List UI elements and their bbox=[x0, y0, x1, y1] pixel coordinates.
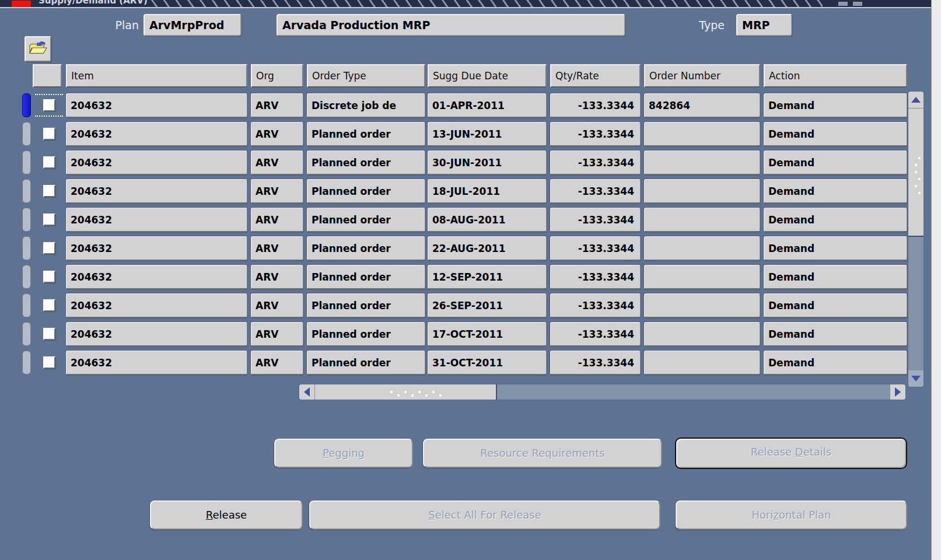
cell-action[interactable]: Demand bbox=[764, 208, 907, 232]
cell-sugg-due-date[interactable]: 08-AUG-2011 bbox=[428, 208, 547, 232]
cell-order-type[interactable]: Planned order bbox=[307, 150, 425, 175]
cell-order-number[interactable] bbox=[644, 293, 760, 318]
cell-org[interactable]: ARV bbox=[251, 322, 303, 346]
record-indicator[interactable] bbox=[22, 265, 31, 289]
minimize-button[interactable] bbox=[838, 2, 848, 6]
header-item[interactable]: Item bbox=[66, 64, 247, 88]
cell-action[interactable]: Demand bbox=[764, 322, 907, 346]
cell-sugg-due-date[interactable]: 17-OCT-2011 bbox=[428, 322, 547, 346]
cell-org[interactable]: ARV bbox=[251, 93, 303, 118]
cell-qty-rate[interactable]: -133.3344 bbox=[550, 93, 641, 118]
header-sugg-due-date[interactable]: Sugg Due Date bbox=[428, 64, 547, 88]
vertical-scrollbar-thumb[interactable] bbox=[908, 108, 923, 237]
cell-qty-rate[interactable]: -133.3344 bbox=[550, 150, 641, 175]
cell-qty-rate[interactable]: -133.3344 bbox=[550, 179, 641, 204]
cell-qty-rate[interactable]: -133.3344 bbox=[550, 351, 641, 375]
cell-sugg-due-date[interactable]: 26-SEP-2011 bbox=[428, 293, 547, 318]
header-org[interactable]: Org bbox=[251, 64, 303, 88]
cell-order-number[interactable] bbox=[644, 236, 760, 261]
cell-order-number[interactable] bbox=[644, 351, 760, 375]
scroll-right-button[interactable] bbox=[890, 384, 905, 400]
record-indicator[interactable] bbox=[22, 322, 31, 346]
record-indicator[interactable] bbox=[22, 93, 31, 117]
cell-org[interactable]: ARV bbox=[251, 150, 303, 175]
cell-qty-rate[interactable]: -133.3344 bbox=[550, 236, 641, 261]
cell-item[interactable]: 204632 bbox=[66, 150, 247, 175]
cell-order-type[interactable]: Planned order bbox=[307, 351, 425, 375]
cell-qty-rate[interactable]: -133.3344 bbox=[550, 122, 641, 146]
cell-org[interactable]: ARV bbox=[251, 236, 303, 261]
row-checkbox[interactable] bbox=[43, 128, 55, 140]
cell-order-type[interactable]: Planned order bbox=[307, 236, 425, 261]
cell-item[interactable]: 204632 bbox=[66, 351, 247, 375]
cell-order-number[interactable] bbox=[644, 179, 760, 204]
row-checkbox[interactable] bbox=[43, 99, 55, 111]
cell-sugg-due-date[interactable]: 22-AUG-2011 bbox=[428, 236, 547, 261]
open-folder-button[interactable] bbox=[25, 36, 51, 62]
cell-sugg-due-date[interactable]: 13-JUN-2011 bbox=[428, 122, 547, 146]
horizontal-scrollbar-thumb[interactable] bbox=[315, 384, 497, 400]
cell-sugg-due-date[interactable]: 31-OCT-2011 bbox=[428, 351, 547, 375]
cell-qty-rate[interactable]: -133.3344 bbox=[550, 322, 641, 346]
row-checkbox[interactable] bbox=[43, 214, 55, 226]
cell-order-number[interactable] bbox=[644, 150, 760, 175]
header-action[interactable]: Action bbox=[764, 64, 907, 88]
cell-sugg-due-date[interactable]: 12-SEP-2011 bbox=[428, 265, 547, 289]
window-titlebar[interactable]: Supply/Demand (ARV) bbox=[0, 0, 931, 7]
horizontal-scrollbar[interactable] bbox=[299, 384, 906, 400]
record-indicator[interactable] bbox=[22, 150, 31, 174]
header-order-number[interactable]: Order Number bbox=[644, 64, 760, 88]
cell-org[interactable]: ARV bbox=[251, 293, 303, 318]
cell-qty-rate[interactable]: -133.3344 bbox=[550, 208, 641, 232]
cell-org[interactable]: ARV bbox=[251, 179, 303, 204]
cell-order-type[interactable]: Planned order bbox=[307, 322, 425, 346]
row-checkbox[interactable] bbox=[43, 185, 55, 197]
row-checkbox[interactable] bbox=[43, 299, 55, 312]
cell-qty-rate[interactable]: -133.3344 bbox=[550, 265, 641, 289]
cell-sugg-due-date[interactable]: 01-APR-2011 bbox=[428, 93, 547, 118]
cell-item[interactable]: 204632 bbox=[66, 293, 247, 318]
plan-name-field[interactable]: ArvMrpProd bbox=[144, 14, 242, 36]
scroll-down-button[interactable] bbox=[908, 370, 923, 387]
cell-org[interactable]: ARV bbox=[251, 208, 303, 232]
row-checkbox[interactable] bbox=[43, 328, 55, 340]
cell-order-number[interactable] bbox=[644, 208, 760, 232]
record-indicator[interactable] bbox=[22, 179, 31, 203]
maximize-button[interactable] bbox=[853, 2, 862, 6]
cell-order-number[interactable] bbox=[644, 265, 760, 289]
cell-action[interactable]: Demand bbox=[764, 293, 907, 318]
cell-item[interactable]: 204632 bbox=[66, 265, 247, 289]
cell-action[interactable]: Demand bbox=[764, 93, 907, 118]
release-button[interactable]: Release bbox=[150, 501, 303, 530]
cell-order-type[interactable]: Planned order bbox=[307, 293, 425, 318]
record-indicator[interactable] bbox=[22, 122, 31, 146]
record-indicator[interactable] bbox=[22, 208, 31, 232]
cell-order-number[interactable]: 842864 bbox=[644, 93, 760, 118]
cell-item[interactable]: 204632 bbox=[66, 122, 247, 146]
cell-org[interactable]: ARV bbox=[251, 265, 303, 289]
cell-order-type[interactable]: Planned order bbox=[307, 208, 425, 232]
cell-action[interactable]: Demand bbox=[764, 351, 907, 375]
cell-order-type[interactable]: Discrete job de bbox=[307, 93, 425, 118]
plan-description-field[interactable]: Arvada Production MRP bbox=[277, 14, 625, 36]
cell-sugg-due-date[interactable]: 30-JUN-2011 bbox=[428, 150, 547, 175]
cell-item[interactable]: 204632 bbox=[66, 208, 247, 232]
cell-item[interactable]: 204632 bbox=[66, 93, 247, 118]
row-checkbox[interactable] bbox=[43, 356, 55, 369]
cell-item[interactable]: 204632 bbox=[66, 236, 247, 261]
cell-org[interactable]: ARV bbox=[251, 122, 303, 146]
record-indicator[interactable] bbox=[22, 351, 31, 374]
cell-item[interactable]: 204632 bbox=[66, 179, 247, 204]
cell-order-type[interactable]: Planned order bbox=[307, 265, 425, 289]
header-order-type[interactable]: Order Type bbox=[307, 64, 425, 88]
cell-action[interactable]: Demand bbox=[764, 236, 907, 261]
cell-action[interactable]: Demand bbox=[764, 150, 907, 175]
record-indicator[interactable] bbox=[22, 293, 31, 317]
cell-order-type[interactable]: Planned order bbox=[307, 122, 425, 146]
cell-action[interactable]: Demand bbox=[764, 122, 907, 146]
record-indicator[interactable] bbox=[22, 236, 31, 260]
cell-action[interactable]: Demand bbox=[764, 179, 907, 204]
cell-order-type[interactable]: Planned order bbox=[307, 179, 425, 204]
cell-sugg-due-date[interactable]: 18-JUL-2011 bbox=[428, 179, 547, 204]
vertical-scrollbar[interactable] bbox=[908, 91, 924, 387]
